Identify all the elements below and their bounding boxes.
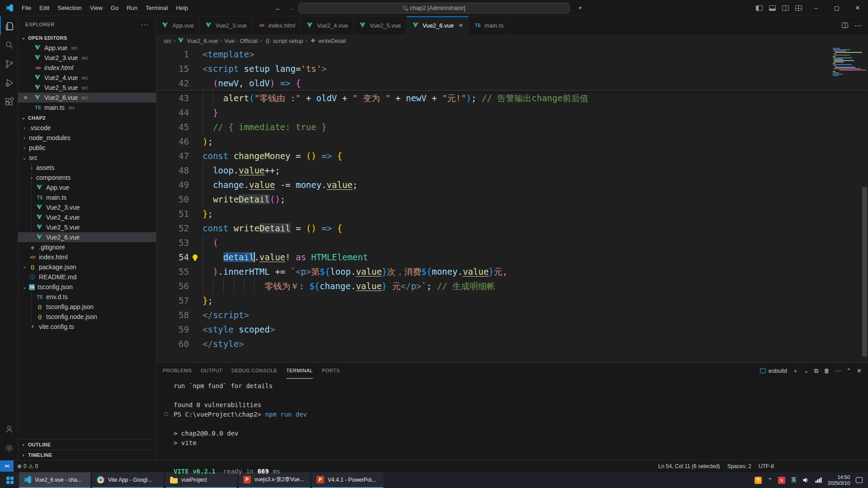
code-line[interactable]: 48 loop.value++; — [156, 163, 868, 178]
code-line[interactable]: 51}; — [156, 206, 868, 221]
run-debug-icon[interactable] — [0, 73, 18, 92]
panel-tab-output[interactable]: OUTPUT — [201, 363, 222, 379]
editor-scrollbar[interactable] — [862, 187, 867, 357]
tree-item-index.html[interactable]: <>index.html — [18, 252, 156, 262]
notification-center-icon[interactable] — [856, 477, 863, 483]
terminal-line[interactable] — [174, 448, 868, 457]
search-sidebar-icon[interactable] — [0, 35, 18, 54]
tab-Vue2_4.vue[interactable]: Vue2_4.vue — [301, 16, 354, 34]
project-header[interactable]: ⌄ CHAP2 — [18, 113, 156, 123]
tray-expand-icon[interactable]: ⌃ — [768, 477, 772, 483]
remote-indicator[interactable]: >< — [0, 460, 14, 472]
terminal-dropdown-icon[interactable]: ⌄ — [804, 367, 809, 374]
account-icon[interactable] — [0, 419, 18, 438]
terminal-line[interactable]: > chap2@0.0.0 dev — [174, 429, 868, 438]
command-center[interactable]: chap2 [Administrator] — [298, 3, 570, 14]
toggle-sidebar-icon[interactable] — [756, 5, 763, 11]
code-line[interactable]: 55 ).innerHTML += `<p>第${loop.value}次，消费… — [156, 264, 868, 279]
minimap[interactable] — [833, 48, 861, 76]
extensions-icon[interactable] — [0, 92, 18, 111]
source-control-icon[interactable] — [0, 54, 18, 73]
code-line[interactable]: 52const writeDetail = () => { — [156, 221, 868, 235]
input-language-indicator[interactable]: 英 — [791, 476, 797, 484]
menu-view[interactable]: View — [86, 0, 107, 16]
copilot-icon[interactable]: ✦ — [578, 5, 583, 11]
breadcrumb-item-vue---official[interactable]: Vue - Official — [224, 38, 258, 44]
open-editors-header[interactable]: ⌄ OPEN EDITORS — [18, 33, 156, 43]
sticky-line[interactable]: 1<template> — [156, 47, 868, 61]
split-editor-icon[interactable] — [842, 23, 848, 28]
tree-item-.vscode[interactable]: ›.vscode — [18, 123, 156, 133]
breadcrumb-item-src[interactable]: src — [164, 38, 171, 44]
open-editor-item[interactable]: App.vuesrc — [18, 43, 156, 53]
open-editor-item[interactable]: <>index.html — [18, 63, 156, 73]
tab-App.vue[interactable]: App.vue — [156, 16, 200, 34]
back-icon[interactable]: ← — [275, 4, 282, 12]
timeline-section[interactable]: › TIMELINE — [18, 450, 156, 460]
tree-item-vite.config.ts[interactable]: ⚡vite.config.ts — [18, 322, 156, 332]
menu-terminal[interactable]: Terminal — [142, 0, 172, 16]
tree-item-Vue2_6.vue[interactable]: Vue2_6.vue — [18, 232, 156, 242]
terminal-line[interactable]: > vite — [174, 438, 868, 448]
menu-run[interactable]: Run — [123, 0, 142, 16]
explorer-icon[interactable] — [0, 16, 18, 35]
tray-app-orange-icon[interactable]: Y — [755, 477, 762, 484]
problems-status[interactable]: ⊗ 0 ⚠ 0 — [14, 460, 42, 472]
close-panel-icon[interactable]: ✕ — [857, 367, 862, 374]
toggle-panel-icon[interactable] — [769, 5, 776, 11]
terminal-line[interactable] — [174, 419, 868, 429]
panel-tab-problems[interactable]: PROBLEMS — [163, 363, 192, 379]
menu-edit[interactable]: Edit — [35, 0, 53, 16]
customize-layout-icon[interactable] — [795, 5, 802, 11]
terminal-instance-badge[interactable]: esbuild — [760, 367, 787, 374]
terminal[interactable]: run `npm fund` for details found 0 vulne… — [156, 379, 868, 476]
tree-item-node_modules[interactable]: ›node_modules — [18, 133, 156, 143]
more-actions-icon[interactable]: ⋯ — [854, 21, 862, 30]
breadcrumb-item-writedetail[interactable]: ❖writeDetail — [309, 38, 346, 44]
panel-tab-debug-console[interactable]: DEBUG CONSOLE — [231, 363, 277, 379]
tab-Vue2_5.vue[interactable]: Vue2_5.vue — [354, 16, 407, 34]
code-line[interactable]: 45 // { immediate: true } — [156, 120, 868, 134]
close-icon[interactable]: ✕ — [24, 95, 28, 101]
code-line[interactable]: 46); — [156, 134, 868, 149]
settings-gear-icon[interactable] — [0, 438, 18, 457]
code-line[interactable]: 57}; — [156, 293, 868, 308]
tree-item-components[interactable]: ›components — [18, 173, 156, 183]
minimize-button[interactable]: – — [806, 0, 826, 16]
menu-go[interactable]: Go — [107, 0, 123, 16]
tree-item-App.vue[interactable]: App.vue — [18, 183, 156, 192]
tab-close-icon[interactable]: ✕ — [459, 23, 463, 28]
sticky-line[interactable]: 42 (newV, oldV) => { — [156, 76, 868, 90]
open-editor-item[interactable]: Vue2_3.vuesrc — [18, 53, 156, 63]
outline-section[interactable]: › OUTLINE — [18, 439, 156, 450]
tree-item-assets[interactable]: ›assets — [18, 163, 156, 173]
panel-tab-terminal[interactable]: TERMINAL — [286, 363, 313, 379]
taskbar-button-vscode[interactable]: Vue2_6.vue - cha... — [19, 472, 90, 488]
open-editor-item[interactable]: ✕Vue2_6.vuesrc — [18, 93, 156, 103]
code-line[interactable]: 56 零钱为￥: ${change.value} 元</p>`; // 生成明细… — [156, 279, 868, 293]
terminal-line[interactable]: run `npm fund` for details — [174, 381, 868, 391]
open-editor-item[interactable]: Vue2_4.vuesrc — [18, 73, 156, 83]
code-line[interactable]: 54 detail.value! as HTMLElement — [156, 250, 868, 264]
menu-selection[interactable]: Selection — [53, 0, 85, 16]
terminal-line[interactable]: found 0 vulnerabilities — [174, 400, 868, 410]
code-line[interactable]: 49 change.value -= money.value; — [156, 178, 868, 192]
maximize-panel-icon[interactable]: ⌃ — [846, 367, 851, 374]
tree-item-tsconfig.app.json[interactable]: {}tsconfig.app.json — [18, 302, 156, 312]
split-terminal-icon[interactable]: ⧉ — [814, 367, 818, 375]
tree-item-main.ts[interactable]: TSmain.ts — [18, 192, 156, 202]
open-editor-item[interactable]: Vue2_5.vuesrc — [18, 83, 156, 93]
sticky-line[interactable]: 15<script setup lang='ts'> — [156, 61, 868, 76]
terminal-line[interactable]: PS C:\vueProject\chap2> npm run dev — [174, 410, 868, 419]
tree-item-package.json[interactable]: ›{}package.json — [18, 262, 156, 272]
toggle-secondary-sidebar-icon[interactable] — [782, 5, 789, 11]
terminal-line[interactable]: VITE v6.2.1 ready in 669 ms — [174, 467, 868, 476]
tab-main.ts[interactable]: TSmain.ts — [469, 16, 509, 34]
tab-Vue2_3.vue[interactable]: Vue2_3.vue — [200, 16, 253, 34]
tree-item-tsconfig.json[interactable]: ⌄TStsconfig.json — [18, 282, 156, 292]
tree-item-.gitignore[interactable]: ◆.gitignore — [18, 242, 156, 252]
tree-item-tsconfig.node.json[interactable]: {}tsconfig.node.json — [18, 312, 156, 322]
code-editor[interactable]: 1<template>15<script setup lang='ts'>42 … — [156, 47, 868, 362]
open-editor-item[interactable]: TSmain.tssrc — [18, 103, 156, 113]
code-line[interactable]: 47const changeMoney = () => { — [156, 149, 868, 163]
